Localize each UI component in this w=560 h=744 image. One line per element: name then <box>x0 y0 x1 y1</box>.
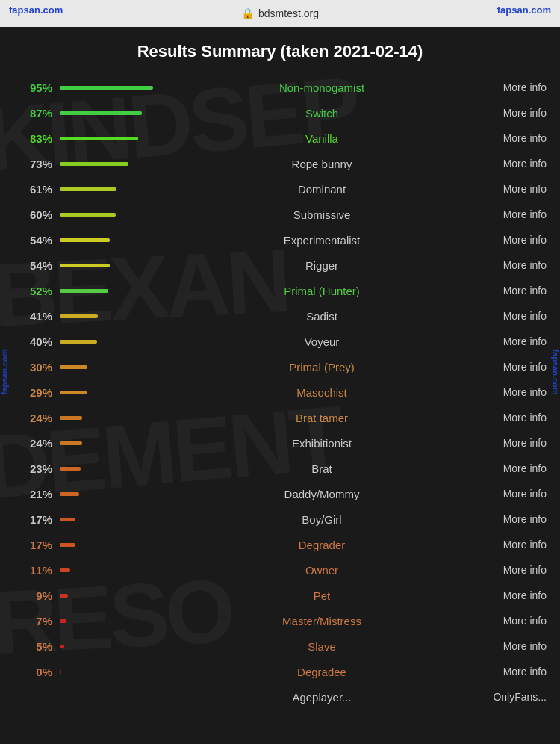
table-row: 21%Daddy/MommyMore info <box>7 481 553 506</box>
bar-container <box>60 289 157 293</box>
more-info-button[interactable]: More info <box>479 183 547 195</box>
progress-bar <box>60 518 75 521</box>
more-info-button[interactable]: More info <box>479 259 547 271</box>
more-info-button[interactable]: More info <box>479 361 547 373</box>
table-row: 17%DegraderMore info <box>7 532 553 557</box>
result-label: Exhibitionist <box>164 437 479 450</box>
progress-bar <box>60 238 110 242</box>
bar-container <box>60 238 157 242</box>
more-info-button[interactable]: More info <box>479 158 547 170</box>
progress-bar <box>60 416 82 420</box>
progress-bar <box>60 365 87 369</box>
result-label: Voyeur <box>164 335 479 348</box>
progress-bar <box>60 492 79 496</box>
percentage: 24% <box>13 412 52 424</box>
result-label: Owner <box>164 564 479 577</box>
percentage: 54% <box>13 234 52 247</box>
more-info-button[interactable]: More info <box>479 437 547 449</box>
bar-container <box>60 111 157 115</box>
more-info-button[interactable]: More info <box>479 589 547 601</box>
more-info-button[interactable]: More info <box>479 335 547 347</box>
percentage: 23% <box>13 462 52 475</box>
bar-container <box>60 594 157 598</box>
table-row: 73%Rope bunnyMore info <box>7 151 553 176</box>
table-row: 54%ExperimentalistMore info <box>7 227 553 252</box>
bar-container <box>60 162 157 166</box>
progress-bar <box>60 391 87 394</box>
table-row: 60%SubmissiveMore info <box>7 202 553 227</box>
table-row: 9%PetMore info <box>7 583 553 608</box>
table-row: Ageplayer...OnlyFans... <box>7 684 553 710</box>
percentage: 9% <box>13 589 52 602</box>
table-row: 40%VoyeurMore info <box>7 329 553 354</box>
percentage: 29% <box>13 386 52 399</box>
table-row: 61%DominantMore info <box>7 176 553 202</box>
progress-bar <box>60 543 75 547</box>
result-label: Sadist <box>164 310 479 323</box>
result-label: Non-monogamist <box>164 81 479 94</box>
more-info-button[interactable]: More info <box>479 107 547 119</box>
more-info-button[interactable]: More info <box>479 513 547 525</box>
percentage: 11% <box>13 564 52 577</box>
percentage: 40% <box>13 335 52 348</box>
more-info-button[interactable]: More info <box>479 386 547 398</box>
result-label: Vanilla <box>164 132 479 145</box>
percentage: 24% <box>13 437 52 450</box>
bar-container <box>60 645 157 648</box>
bar-container <box>60 314 157 318</box>
percentage: 73% <box>13 158 52 170</box>
percentage: 30% <box>13 361 52 373</box>
progress-bar <box>60 670 61 674</box>
percentage: 7% <box>13 615 52 627</box>
more-info-button[interactable]: More info <box>479 285 547 297</box>
more-info-button[interactable]: More info <box>479 310 547 322</box>
bar-container <box>60 365 157 369</box>
more-info-button[interactable]: More info <box>479 412 547 424</box>
more-info-button[interactable]: More info <box>479 81 547 93</box>
percentage: 87% <box>13 107 52 120</box>
percentage: 17% <box>13 539 52 551</box>
result-label: Brat tamer <box>164 412 479 424</box>
result-label: Masochist <box>164 386 479 399</box>
percentage: 41% <box>13 310 52 323</box>
percentage: 95% <box>13 81 52 94</box>
lock-icon: 🔒 <box>241 7 254 19</box>
result-label: Primal (Hunter) <box>164 285 479 297</box>
progress-bar <box>60 645 64 648</box>
bar-container <box>60 518 157 521</box>
page-container: KINDSEP BEXAN DEMENT RESO fapsan.com fap… <box>0 27 560 744</box>
result-label: Pet <box>164 589 479 602</box>
progress-bar <box>60 213 116 217</box>
progress-bar <box>60 86 153 90</box>
table-row: 24%Brat tamerMore info <box>7 405 553 430</box>
more-info-button[interactable]: More info <box>479 666 547 678</box>
right-watermark: fapsan.com <box>551 349 560 394</box>
progress-bar <box>60 619 66 623</box>
more-info-button[interactable]: More info <box>479 539 547 551</box>
result-label: Submissive <box>164 208 479 221</box>
result-label: Rigger <box>164 259 479 272</box>
more-info-button[interactable]: More info <box>479 615 547 627</box>
bar-container <box>60 213 157 217</box>
more-info-button[interactable]: More info <box>479 132 547 144</box>
bar-container <box>60 543 157 547</box>
more-info-button[interactable]: More info <box>479 488 547 500</box>
more-info-button[interactable]: More info <box>479 462 547 474</box>
more-info-button[interactable]: More info <box>479 640 547 652</box>
bar-container <box>60 441 157 445</box>
bar-container <box>60 137 157 140</box>
progress-bar <box>60 111 142 115</box>
percentage: 21% <box>13 488 52 500</box>
table-row: 52%Primal (Hunter)More info <box>7 278 553 303</box>
result-label: Brat <box>164 462 479 475</box>
more-info-button[interactable]: OnlyFans... <box>479 691 547 703</box>
more-info-button[interactable]: More info <box>479 564 547 576</box>
table-row: 83%VanillaMore info <box>7 125 553 151</box>
bar-container <box>60 86 157 90</box>
table-row: 5%SlaveMore info <box>7 633 553 659</box>
bar-container <box>60 568 157 572</box>
more-info-button[interactable]: More info <box>479 208 547 220</box>
bar-container <box>60 467 157 471</box>
table-row: 7%Master/MistressMore info <box>7 608 553 633</box>
more-info-button[interactable]: More info <box>479 234 547 246</box>
